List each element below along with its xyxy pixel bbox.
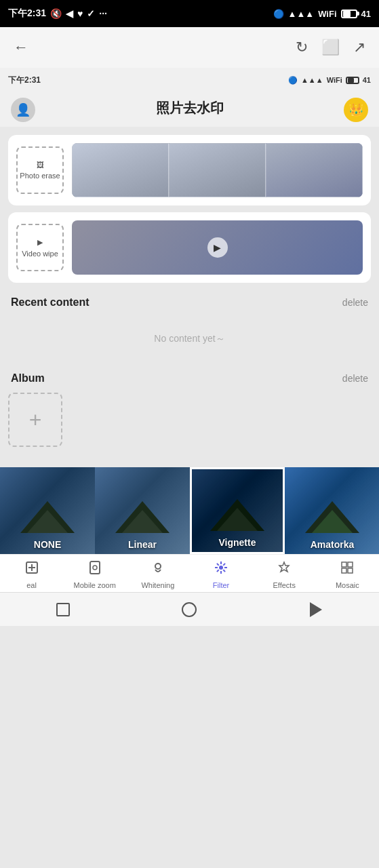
filter-vignette[interactable]: Vignette — [190, 467, 285, 554]
toolbar-whitening[interactable]: Whitening — [136, 560, 180, 589]
svg-rect-26 — [348, 568, 353, 573]
svg-point-12 — [93, 566, 97, 570]
tabs-button[interactable]: ⬜ — [321, 39, 340, 56]
phone-status-bar: 下午2:31 🔵 ▲▲▲ WiFi 41 — [0, 68, 379, 92]
album-section-header: Album delete — [8, 366, 371, 389]
top-nav: ← ↻ ⬜ ↗ — [0, 27, 379, 68]
svg-point-13 — [155, 564, 161, 569]
mobile-zoom-label: Mobile zoom — [74, 581, 116, 589]
filter-label: Filter — [213, 581, 229, 589]
phone-battery — [346, 77, 359, 84]
album-section: Album delete + — [8, 366, 371, 459]
filter-amatorka-tree — [302, 498, 363, 535]
filter-vignette-label: Vignette — [192, 537, 283, 548]
dots-icon: ··· — [99, 8, 107, 19]
filter-none-label: NONE — [0, 539, 95, 550]
filter-amatorka-label: Amatorka — [285, 539, 379, 550]
preview-cell-3 — [266, 143, 363, 197]
phone-bt: 🔵 — [288, 76, 298, 85]
recent-delete-button[interactable]: delete — [342, 297, 368, 308]
user-avatar[interactable]: 👤 — [11, 98, 35, 122]
recent-title: Recent content — [11, 296, 89, 309]
add-album-button[interactable]: + — [8, 393, 62, 447]
app-header: 👤 照片去水印 👑 — [0, 92, 379, 127]
toolbar-mosaic[interactable]: Mosaic — [325, 560, 370, 589]
mosaic-icon — [340, 560, 355, 579]
svg-line-20 — [223, 570, 225, 572]
album-delete-button[interactable]: delete — [342, 373, 368, 384]
svg-rect-23 — [342, 562, 346, 567]
heal-label: eal — [26, 581, 37, 589]
filter-none[interactable]: NONE — [0, 467, 95, 554]
filter-strip: NONE Linear Vignette Amatorka — [0, 467, 379, 554]
premium-button[interactable]: 👑 — [344, 98, 368, 122]
photo-erase-card[interactable]: 🖼 Photo erase — [8, 135, 371, 205]
battery-icon — [341, 9, 357, 18]
album-title: Album — [11, 372, 45, 384]
filter-linear-tree — [112, 498, 173, 535]
toolbar-mobile-zoom[interactable]: Mobile zoom — [73, 560, 117, 589]
video-wipe-card[interactable]: ▶ Video wipe ▶ — [8, 212, 371, 283]
phone-frame: 下午2:31 🔵 ▲▲▲ WiFi 41 👤 照片去水印 👑 🖼 Photo e… — [0, 68, 379, 467]
effects-icon — [277, 560, 292, 579]
nav-back-button[interactable] — [306, 599, 326, 620]
svg-rect-25 — [342, 568, 346, 573]
whitening-icon — [151, 560, 165, 579]
empty-text: No content yet～ — [154, 333, 224, 344]
triangle-icon — [310, 602, 322, 617]
photo-erase-icon-box: 🖼 Photo erase — [16, 146, 64, 194]
toolbar-filter[interactable]: Filter — [199, 560, 243, 589]
photo-erase-preview — [72, 143, 363, 197]
nav-square-button[interactable] — [53, 599, 73, 620]
phone-signal: ▲▲▲ — [301, 76, 323, 84]
video-wipe-label: Video wipe — [22, 250, 58, 258]
heal-icon — [24, 560, 39, 579]
phone-battery-pct: 41 — [363, 76, 371, 84]
system-nav — [0, 592, 379, 626]
back-button[interactable]: ← — [14, 39, 28, 56]
video-wipe-preview: ▶ — [72, 220, 363, 275]
whitening-label: Whitening — [141, 581, 174, 589]
signal-icon: ▲▲▲ — [288, 9, 315, 19]
filter-linear[interactable]: Linear — [95, 467, 190, 554]
circle-icon — [182, 602, 197, 617]
preview-cell-2 — [169, 143, 266, 197]
toolbar-effects[interactable]: Effects — [262, 560, 306, 589]
recent-section-header: Recent content delete — [8, 290, 371, 313]
mute-icon: 🔇 — [50, 8, 62, 19]
effects-label: Effects — [273, 581, 295, 589]
recent-empty-state: No content yet～ — [8, 313, 371, 366]
svg-rect-11 — [90, 561, 100, 574]
phone-time: 下午2:31 — [8, 75, 41, 86]
wifi-icon: WiFi — [318, 9, 336, 19]
photo-erase-label: Photo erase — [20, 172, 60, 180]
svg-line-22 — [217, 570, 219, 572]
video-wipe-icon-box: ▶ Video wipe — [16, 224, 64, 271]
nav-home-button[interactable] — [179, 599, 199, 620]
app-title: 照片去水印 — [156, 100, 224, 115]
toolbar-heal[interactable]: eal — [9, 560, 54, 589]
svg-line-19 — [217, 564, 219, 566]
status-bar: 下午2:31 🔇 ◀ ♥ ✓ ··· 🔵 ▲▲▲ WiFi 41 — [0, 0, 379, 27]
svg-rect-24 — [348, 562, 353, 567]
refresh-button[interactable]: ↻ — [296, 39, 308, 56]
svg-line-21 — [223, 564, 225, 566]
share-button[interactable]: ↗ — [353, 39, 365, 56]
mosaic-label: Mosaic — [336, 581, 359, 589]
add-icon: + — [29, 408, 42, 433]
preview-cell-1 — [72, 143, 169, 197]
battery-percent: 41 — [361, 9, 371, 19]
status-time: 下午2:31 — [8, 7, 46, 20]
filter-none-tree — [17, 498, 78, 535]
app-content: 🖼 Photo erase ▶ Video wipe ▶ — [0, 127, 379, 467]
video-wipe-symbol: ▶ — [37, 238, 43, 247]
filter-icon — [214, 560, 228, 579]
filter-amatorka[interactable]: Amatorka — [285, 467, 379, 554]
heart-icon: ♥ — [77, 8, 83, 19]
square-icon — [56, 603, 70, 616]
mobile-zoom-icon — [87, 560, 102, 579]
play-icon: ▶ — [207, 237, 228, 258]
filter-linear-label: Linear — [95, 539, 190, 550]
bottom-toolbar: eal Mobile zoom Whitening Filter Effects… — [0, 554, 379, 592]
nav-icon-status: ◀ — [66, 8, 73, 19]
